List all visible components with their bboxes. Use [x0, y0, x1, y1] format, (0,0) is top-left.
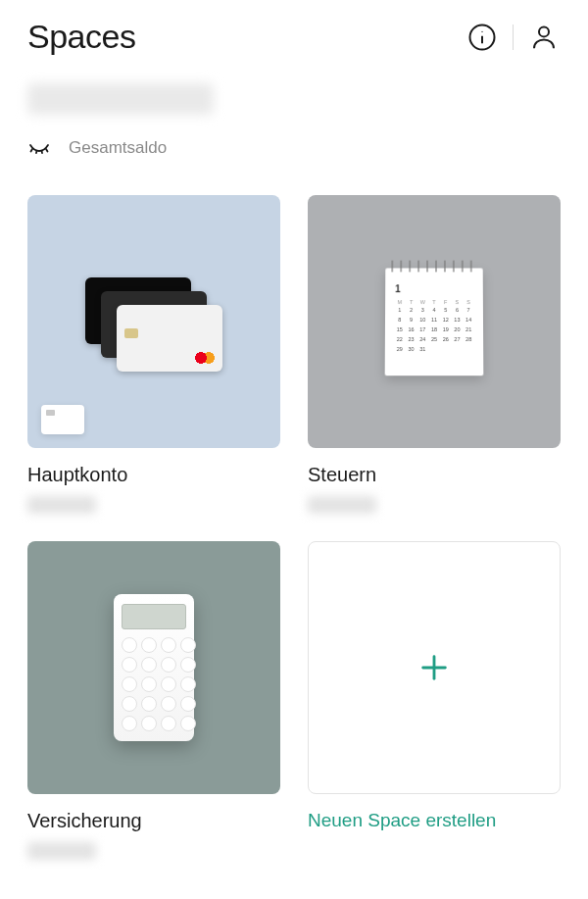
- info-button[interactable]: [466, 21, 499, 54]
- create-space-label: Neuen Space erstellen: [308, 810, 561, 831]
- space-tile-image: 1 MTWTFSS 1234567 891011121314 151617181…: [308, 195, 561, 448]
- header-actions: [466, 21, 561, 54]
- svg-point-2: [481, 30, 482, 31]
- svg-line-6: [42, 151, 43, 154]
- calendar-icon: 1 MTWTFSS 1234567 891011121314 151617181…: [385, 268, 484, 375]
- space-balance-hidden: [27, 496, 96, 514]
- profile-button[interactable]: [527, 21, 561, 54]
- card-badge-icon: [41, 405, 84, 434]
- divider: [513, 25, 514, 50]
- page-title: Spaces: [27, 18, 135, 56]
- space-name: Steuern: [308, 464, 561, 486]
- space-name: Versicherung: [27, 810, 280, 832]
- eye-closed-icon[interactable]: [27, 136, 51, 160]
- total-balance-value-hidden: [27, 83, 214, 115]
- app-header: Spaces: [0, 0, 588, 66]
- cards-icon: [85, 277, 222, 366]
- balance-label: Gesamtsaldo: [69, 138, 167, 158]
- calculator-icon: [114, 594, 194, 741]
- space-balance-hidden: [308, 496, 376, 514]
- spaces-grid: Hauptkonto 1 MTWTFSS 1234567 89101112131…: [0, 168, 588, 887]
- space-tile-steuern[interactable]: 1 MTWTFSS 1234567 891011121314 151617181…: [308, 195, 561, 514]
- create-space-image: [308, 541, 561, 794]
- space-tile-hauptkonto[interactable]: Hauptkonto: [27, 195, 280, 514]
- space-name: Hauptkonto: [27, 464, 280, 486]
- plus-icon: [417, 651, 451, 684]
- svg-line-5: [36, 151, 37, 154]
- profile-icon: [529, 23, 559, 52]
- space-balance-hidden: [27, 842, 96, 860]
- svg-line-4: [31, 149, 33, 152]
- svg-line-7: [46, 149, 48, 152]
- svg-point-3: [539, 26, 549, 36]
- space-tile-versicherung[interactable]: Versicherung: [27, 541, 280, 860]
- info-icon: [467, 23, 497, 52]
- space-tile-image: [27, 541, 280, 794]
- space-tile-image: [27, 195, 280, 448]
- create-space-tile[interactable]: Neuen Space erstellen: [308, 541, 561, 860]
- balance-area: Gesamtsaldo: [0, 66, 588, 168]
